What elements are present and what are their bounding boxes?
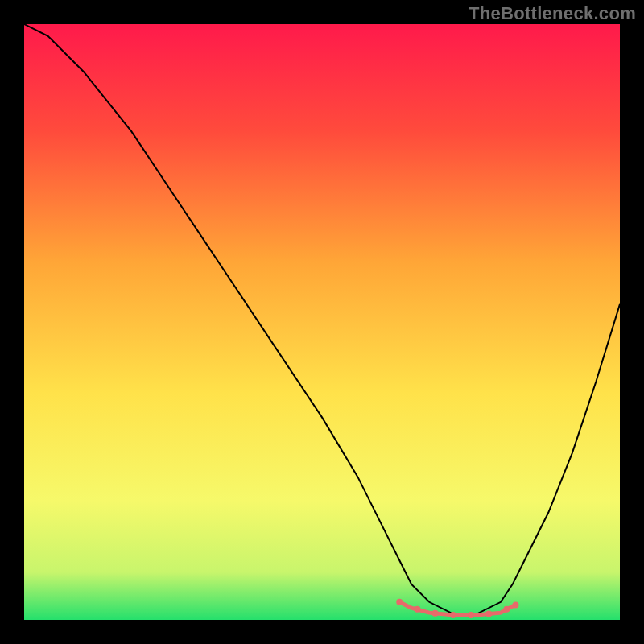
optimal-dot xyxy=(485,611,492,617)
plot-area xyxy=(24,24,620,620)
watermark-text: TheBottleneck.com xyxy=(469,3,636,24)
bottleneck-chart xyxy=(24,24,620,620)
optimal-dot xyxy=(468,612,474,618)
optimal-dot xyxy=(414,606,420,613)
optimal-dot xyxy=(503,606,510,613)
optimal-dot xyxy=(513,602,519,609)
optimal-dot xyxy=(396,599,402,605)
gradient-background xyxy=(24,24,620,620)
optimal-dot xyxy=(432,610,439,617)
optimal-dot xyxy=(450,612,456,618)
chart-frame: TheBottleneck.com xyxy=(0,0,644,644)
